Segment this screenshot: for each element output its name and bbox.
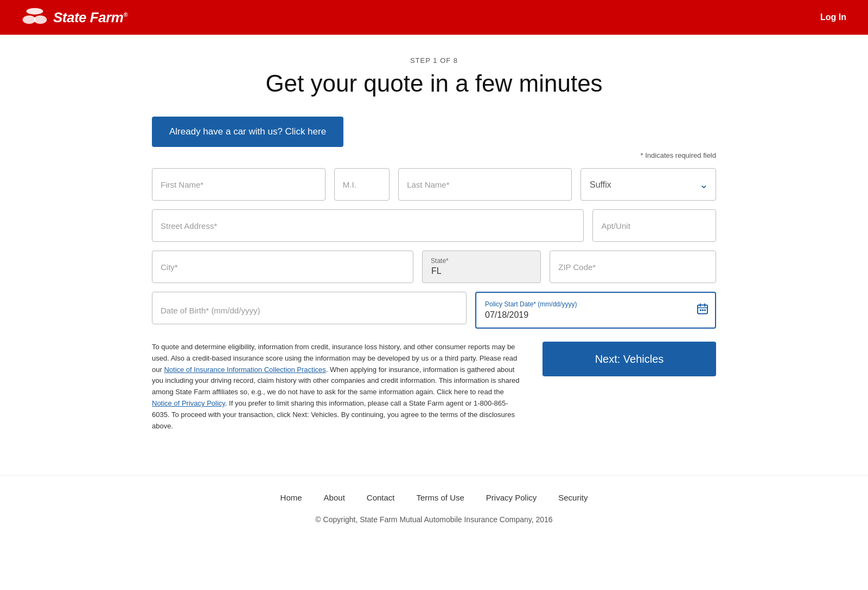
footer-nav: Home About Contact Terms of Use Privacy … <box>0 493 868 502</box>
footer-about-link[interactable]: About <box>324 493 345 502</box>
state-field: State* <box>422 251 541 283</box>
logo-text: State Farm® <box>53 9 127 26</box>
mi-field: M.I. <box>334 168 390 201</box>
logo-reg: ® <box>123 11 127 18</box>
address-row: Street Address* Apt/Unit <box>152 209 716 242</box>
disclaimer-text: To quote and determine eligibility, info… <box>152 342 521 432</box>
first-name-input[interactable] <box>152 168 326 201</box>
last-name-field: Last Name* <box>398 168 572 201</box>
footer-security-link[interactable]: Security <box>558 493 588 502</box>
notice-link-2[interactable]: Notice of Privacy Policy <box>152 399 225 407</box>
logo-name: State Farm <box>53 9 123 25</box>
page-title: Get your quote in a few minutes <box>152 70 716 97</box>
city-field: City* <box>152 251 413 283</box>
main-content: STEP 1 OF 8 Get your quote in a few minu… <box>119 35 749 475</box>
policy-date-label: Policy Start Date* (mm/dd/yyyy) <box>485 300 706 308</box>
last-name-input[interactable] <box>398 168 572 201</box>
login-link[interactable]: Log In <box>820 12 846 22</box>
required-note: * Indicates required field <box>152 151 716 159</box>
street-input[interactable] <box>152 209 584 242</box>
svg-point-2 <box>34 16 47 24</box>
svg-point-1 <box>23 16 36 24</box>
state-input[interactable] <box>422 251 541 283</box>
apt-input[interactable] <box>592 209 716 242</box>
next-vehicles-button[interactable]: Next: Vehicles <box>542 342 716 376</box>
suffix-select[interactable]: Suffix Jr. Sr. II III IV <box>580 168 716 201</box>
policy-date-box: Policy Start Date* (mm/dd/yyyy) 07/18/20… <box>475 292 716 329</box>
already-have-car-button[interactable]: Already have a car with us? Click here <box>152 117 343 147</box>
step-label: STEP 1 OF 8 <box>152 56 716 65</box>
dob-input[interactable] <box>152 292 467 324</box>
policy-date-field: Policy Start Date* (mm/dd/yyyy) 07/18/20… <box>475 292 716 329</box>
suffix-field: Suffix Jr. Sr. II III IV ⌄ <box>580 168 716 201</box>
dob-policy-row: Date of Birth* (mm/dd/yyyy) Policy Start… <box>152 292 716 329</box>
disclaimer-section: To quote and determine eligibility, info… <box>152 342 716 432</box>
name-row: First Name* M.I. Last Name* Suffix Jr. S… <box>152 168 716 201</box>
dob-field: Date of Birth* (mm/dd/yyyy) <box>152 292 467 329</box>
notice-link-1[interactable]: Notice of Insurance Information Collecti… <box>164 365 326 374</box>
footer-privacy-link[interactable]: Privacy Policy <box>486 493 537 502</box>
zip-field: ZIP Code* <box>550 251 716 283</box>
zip-input[interactable] <box>550 251 716 283</box>
city-state-zip-row: City* State* ZIP Code* <box>152 251 716 283</box>
footer-contact-link[interactable]: Contact <box>367 493 395 502</box>
header: State Farm® Log In <box>0 0 868 35</box>
city-input[interactable] <box>152 251 413 283</box>
street-field: Street Address* <box>152 209 584 242</box>
policy-date-input[interactable]: 07/18/2019 <box>485 310 706 320</box>
svg-point-0 <box>27 8 43 15</box>
logo: State Farm® <box>22 8 127 27</box>
footer-copyright: © Copyright, State Farm Mutual Automobil… <box>0 515 868 524</box>
footer: Home About Contact Terms of Use Privacy … <box>0 475 868 541</box>
footer-terms-link[interactable]: Terms of Use <box>417 493 464 502</box>
first-name-field: First Name* <box>152 168 326 201</box>
apt-field: Apt/Unit <box>592 209 716 242</box>
mi-input[interactable] <box>334 168 390 201</box>
footer-home-link[interactable]: Home <box>280 493 302 502</box>
state-farm-logo-icon <box>22 8 48 27</box>
